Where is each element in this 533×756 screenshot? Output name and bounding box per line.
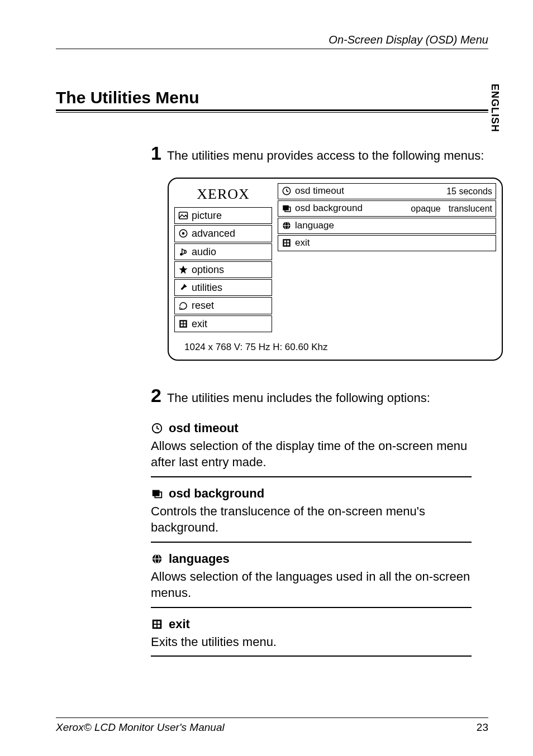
osd-menu-audio[interactable]: audio: [174, 243, 272, 260]
osd-menu-label: audio: [192, 245, 216, 259]
step-1: 1 The utilities menu provides access to …: [151, 141, 488, 166]
osd-panel: XEROX picture advanced audio options: [168, 178, 503, 361]
svg-rect-28: [154, 621, 157, 624]
language-tab: ENGLISH: [489, 84, 501, 132]
option-description: Allows selection of the display time of …: [151, 438, 472, 471]
svg-rect-31: [158, 625, 160, 628]
osd-row-label: language: [295, 219, 334, 232]
osd-menu-label: reset: [192, 299, 214, 312]
svg-marker-4: [179, 266, 188, 274]
svg-rect-5: [179, 320, 187, 328]
footer-left-text: Xerox© LCD Monitor User's Manual: [56, 721, 225, 734]
utilities-icon: [178, 283, 188, 293]
osd-row-label: osd timeout: [295, 185, 344, 198]
clock-icon: [151, 422, 163, 434]
svg-rect-19: [284, 243, 287, 246]
option-osd-timeout: osd timeout Allows selection of the disp…: [151, 420, 472, 471]
option-title: languages: [169, 551, 230, 567]
option-exit: exit Exits the utilities menu.: [151, 616, 472, 650]
footer-page-number: 23: [477, 721, 488, 734]
picture-icon: [178, 210, 188, 221]
osd-menu-label: exit: [192, 317, 207, 331]
svg-rect-11: [283, 205, 289, 210]
svg-rect-17: [284, 241, 287, 243]
option-separator: [151, 542, 472, 543]
exit-icon: [178, 319, 188, 329]
step-2: 2 The utilities menu includes the follow…: [151, 383, 488, 409]
option-osd-background: osd background Controls the translucence…: [151, 485, 472, 536]
osd-row-value: 15 seconds: [446, 185, 492, 198]
step-2-number: 2: [151, 383, 161, 409]
option-separator: [151, 655, 472, 657]
option-separator: [151, 476, 472, 477]
svg-rect-7: [184, 321, 186, 323]
option-title: osd background: [169, 485, 264, 502]
svg-point-2: [182, 232, 185, 235]
osd-status-line: 1024 x 768 V: 75 Hz H: 60.60 Khz: [174, 341, 496, 354]
osd-menu-options[interactable]: options: [174, 261, 272, 278]
exit-grid-icon: [151, 618, 163, 630]
svg-rect-18: [287, 241, 289, 243]
svg-rect-6: [181, 321, 183, 323]
osd-right-column: osd timeout 15 seconds osd background op…: [278, 183, 496, 333]
osd-row-label: osd background: [295, 202, 363, 215]
osd-menu-reset[interactable]: reset: [174, 297, 272, 314]
osd-left-column: XEROX picture advanced audio options: [174, 183, 272, 333]
content-area: 1 The utilities menu provides access to …: [151, 141, 488, 657]
option-languages: languages Allows selection of the langua…: [151, 551, 472, 601]
osd-row-language[interactable]: language: [278, 218, 496, 234]
svg-rect-22: [153, 490, 160, 496]
osd-brand: XEROX: [174, 183, 272, 207]
osd-row-label: exit: [295, 237, 310, 250]
osd-menu-label: advanced: [192, 227, 235, 240]
reset-icon: [178, 301, 188, 311]
header-right-text: On-Screen Display (OSD) Menu: [329, 34, 488, 46]
osd-row-background[interactable]: osd background opaque translucent: [278, 200, 496, 217]
svg-rect-9: [184, 324, 186, 327]
svg-rect-29: [158, 621, 160, 624]
footer-rule: [56, 717, 488, 719]
background-icon: [282, 203, 292, 213]
option-description: Allows selection of the languages used i…: [151, 568, 472, 601]
svg-rect-8: [181, 324, 183, 327]
clock-icon: [282, 186, 292, 196]
page-header: On-Screen Display (OSD) Menu: [56, 34, 488, 49]
page-footer: Xerox© LCD Monitor User's Manual 23: [56, 717, 488, 734]
osd-row-value-a: opaque: [411, 203, 440, 215]
step-1-number: 1: [151, 141, 161, 166]
step-1-text: The utilities menu provides access to th…: [167, 147, 484, 164]
option-description: Exits the utilities menu.: [151, 634, 472, 650]
osd-menu-utilities[interactable]: utilities: [174, 279, 272, 296]
osd-row-exit[interactable]: exit: [278, 235, 496, 251]
option-description: Controls the translucence of the on-scre…: [151, 503, 472, 536]
option-title: osd timeout: [169, 420, 239, 437]
option-separator: [151, 607, 472, 608]
section-rule: [56, 109, 488, 111]
step-2-text: The utilities menu includes the followin…: [167, 390, 430, 406]
osd-row-timeout[interactable]: osd timeout 15 seconds: [278, 183, 496, 199]
osd-row-value-b: translucent: [449, 203, 492, 215]
osd-menu-label: utilities: [192, 281, 222, 294]
svg-rect-16: [283, 239, 291, 247]
osd-menu-exit[interactable]: exit: [174, 315, 272, 332]
globe-icon: [151, 553, 163, 565]
osd-menu-label: picture: [192, 209, 222, 222]
svg-rect-30: [154, 625, 157, 628]
globe-icon: [282, 221, 292, 231]
svg-rect-20: [287, 243, 289, 246]
audio-icon: [178, 247, 188, 257]
options-icon: [178, 265, 188, 275]
svg-point-3: [180, 253, 183, 256]
osd-menu-picture[interactable]: picture: [174, 207, 272, 224]
svg-rect-27: [153, 620, 162, 629]
section-rule-thin: [56, 112, 488, 113]
advanced-icon: [178, 228, 188, 238]
osd-menu-advanced[interactable]: advanced: [174, 225, 272, 242]
background-icon: [151, 487, 163, 500]
section-title: The Utilities Menu: [56, 88, 488, 107]
option-title: exit: [169, 616, 190, 633]
exit-grid-icon: [282, 238, 292, 248]
osd-menu-label: options: [192, 263, 224, 276]
